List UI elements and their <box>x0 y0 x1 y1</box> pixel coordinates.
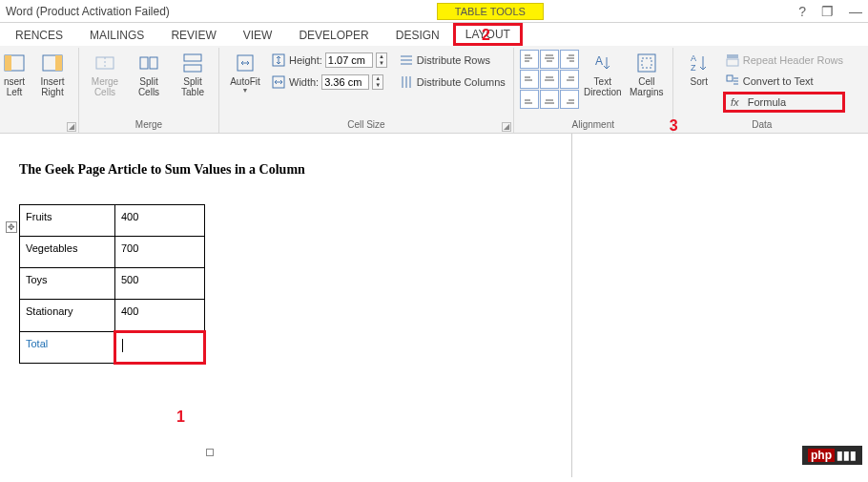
cell-value[interactable]: 500 <box>115 268 205 300</box>
distribute-columns-button[interactable]: Distribute Columns <box>397 72 507 93</box>
cell-margins-icon <box>635 52 658 74</box>
svg-rect-47 <box>727 75 733 81</box>
svg-rect-1 <box>5 55 11 71</box>
rows-cols-launcher-icon[interactable]: ◢ <box>67 122 76 132</box>
svg-rect-42 <box>642 58 651 68</box>
split-cells-button[interactable]: SplitCells <box>129 50 169 118</box>
svg-rect-41 <box>638 54 655 72</box>
align-top-left-button[interactable] <box>520 50 539 69</box>
cell-label[interactable]: Stationary <box>20 300 115 332</box>
insert-left-button[interactable]: nsertLeft <box>0 50 29 118</box>
align-mid-center-button[interactable] <box>540 70 559 89</box>
chevron-down-icon: ▼ <box>242 87 249 94</box>
width-spinner[interactable]: ▲▼ <box>372 74 383 90</box>
cell-value[interactable]: 400 <box>115 205 205 237</box>
cell-value[interactable]: 700 <box>115 237 205 268</box>
align-bot-left-button[interactable] <box>520 90 539 109</box>
split-table-icon <box>181 52 204 74</box>
split-cells-label: SplitCells <box>138 76 159 97</box>
autofit-button[interactable]: AutoFit ▼ <box>225 50 265 118</box>
table-anchor-icon[interactable]: ✥ <box>6 221 17 233</box>
cell-label[interactable]: Toys <box>20 268 115 300</box>
annotation-3: 3 <box>670 117 678 135</box>
watermark-brand: php <box>808 449 835 462</box>
height-input[interactable] <box>325 52 373 68</box>
distribute-cols-label: Distribute Columns <box>417 76 506 88</box>
cell-label[interactable]: Fruits <box>20 205 115 237</box>
split-cells-icon <box>137 52 160 74</box>
table-resize-handle-icon[interactable] <box>206 449 214 456</box>
text-direction-label: TextDirection <box>584 76 621 97</box>
watermark: php ▮▮▮ <box>802 446 862 465</box>
text-direction-icon: A <box>591 52 614 74</box>
tab-mailings[interactable]: MAILINGS <box>76 25 157 46</box>
align-bot-right-button[interactable] <box>560 90 579 109</box>
help-icon[interactable]: ? <box>798 4 806 19</box>
row-height-control[interactable]: Height: ▲▼ <box>269 50 389 71</box>
ribbon-tabs: RENCES MAILINGS REVIEW VIEW DEVELOPER DE… <box>0 23 868 46</box>
distribute-rows-icon <box>399 52 414 68</box>
tab-developer[interactable]: DEVELOPER <box>285 25 382 46</box>
cell-margins-label: CellMargins <box>630 76 664 97</box>
window-controls: ? ❐ — <box>798 4 862 19</box>
svg-rect-45 <box>727 54 738 58</box>
distribute-cols-icon <box>399 74 414 90</box>
minimize-icon[interactable]: — <box>849 4 862 19</box>
height-label: Height: <box>289 54 322 66</box>
restore-icon[interactable]: ❐ <box>821 4 834 19</box>
convert-text-label: Convert to Text <box>743 75 814 87</box>
tab-view[interactable]: VIEW <box>230 25 286 46</box>
svg-rect-6 <box>140 57 148 69</box>
document-area: The Geek Page Article to Sum Values in a… <box>0 134 868 477</box>
formula-button[interactable]: fx Formula <box>723 92 845 113</box>
align-mid-left-button[interactable] <box>520 70 539 89</box>
cell-margins-button[interactable]: CellMargins <box>627 50 667 118</box>
cell-size-launcher-icon[interactable]: ◢ <box>502 122 511 132</box>
cell-value[interactable]: 400 <box>115 300 205 332</box>
text-direction-button[interactable]: A TextDirection <box>583 50 623 118</box>
app-title: Word (Product Activation Failed) <box>6 5 170 18</box>
width-label: Width: <box>289 76 319 88</box>
ribbon: nsertLeft InsertRight ◢ MergeCells Split… <box>0 46 868 134</box>
svg-rect-9 <box>184 65 201 72</box>
distribute-rows-button[interactable]: Distribute Rows <box>397 50 507 71</box>
document-table[interactable]: Fruits400 Vegetables700 Toys500 Stationa… <box>19 204 206 365</box>
annotation-1: 1 <box>176 409 185 426</box>
table-tools-tab[interactable]: TABLE TOOLS <box>437 3 544 20</box>
sort-icon: AZ <box>688 52 711 74</box>
sort-button[interactable]: AZ Sort <box>679 50 719 118</box>
svg-rect-7 <box>150 57 157 69</box>
total-label-cell[interactable]: Total <box>20 332 115 364</box>
tab-design[interactable]: DESIGN <box>382 25 453 46</box>
merge-cells-button: MergeCells <box>85 50 125 118</box>
width-input[interactable] <box>321 74 369 90</box>
align-mid-right-button[interactable] <box>560 70 579 89</box>
align-top-right-button[interactable] <box>560 50 579 69</box>
cell-label[interactable]: Vegetables <box>20 237 115 268</box>
align-top-center-button[interactable] <box>540 50 559 69</box>
group-data: AZ Sort Repeat Header Rows Convert to Te… <box>673 48 851 133</box>
tab-references[interactable]: RENCES <box>2 25 76 46</box>
alignment-grid <box>520 50 579 118</box>
data-group-label: Data <box>679 118 845 131</box>
repeat-header-label: Repeat Header Rows <box>743 54 843 66</box>
page-heading: The Geek Page Article to Sum Values in a… <box>19 162 552 178</box>
sort-label: Sort <box>691 76 708 87</box>
tab-review[interactable]: REVIEW <box>157 25 229 46</box>
insert-right-button[interactable]: InsertRight <box>32 50 72 118</box>
split-table-button[interactable]: SplitTable <box>173 50 213 118</box>
column-width-control[interactable]: Width: ▲▼ <box>269 72 389 93</box>
merge-cells-icon <box>93 52 116 74</box>
height-spinner[interactable]: ▲▼ <box>376 52 387 68</box>
svg-rect-8 <box>184 54 201 61</box>
table-row: Toys500 <box>20 268 205 300</box>
page[interactable]: The Geek Page Article to Sum Values in a… <box>0 134 572 477</box>
group-alignment: A TextDirection CellMargins Alignment <box>514 48 673 133</box>
width-icon <box>271 74 286 90</box>
total-value-cell[interactable] <box>115 332 205 364</box>
svg-text:Z: Z <box>691 63 696 73</box>
align-bot-center-button[interactable] <box>540 90 559 109</box>
merge-group-label: Merge <box>85 118 213 131</box>
height-icon <box>271 52 286 68</box>
convert-to-text-button[interactable]: Convert to Text <box>723 71 845 92</box>
